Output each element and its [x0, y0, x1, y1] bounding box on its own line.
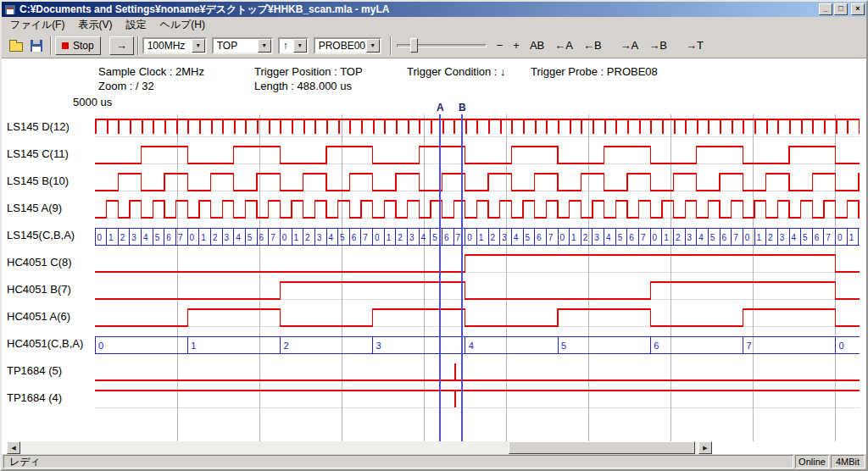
- waveform-square: [95, 174, 860, 191]
- bus-value: 1: [756, 233, 761, 242]
- maximize-button[interactable]: □: [834, 3, 848, 15]
- zoom-in-button[interactable]: +: [508, 37, 525, 54]
- menu-item-settings[interactable]: 設定: [119, 16, 153, 34]
- bus-value: 0: [839, 341, 844, 351]
- waveform-square: [95, 147, 860, 163]
- channel-label[interactable]: HC4051 C(8): [7, 253, 93, 272]
- channel-label[interactable]: HC4051 A(6): [7, 308, 93, 326]
- run-arrow-icon: →: [116, 39, 127, 52]
- zoom-slider[interactable]: [397, 36, 487, 55]
- bus-value: 3: [594, 233, 599, 242]
- stop-label: Stop: [73, 40, 94, 52]
- marker-label-b[interactable]: B: [459, 102, 466, 114]
- trigger-probe-combo[interactable]: PROBE00 ▼: [314, 37, 381, 54]
- length-label: Length : 488.000 us: [254, 80, 352, 92]
- bus-value: 0: [745, 233, 750, 242]
- app-icon: [4, 4, 16, 15]
- bus-value: 1: [387, 233, 392, 242]
- open-folder-icon: [9, 42, 23, 52]
- seek-b-right-button[interactable]: →B: [643, 37, 672, 54]
- stop-button[interactable]: Stop: [55, 36, 101, 55]
- bus-value: 2: [583, 233, 588, 242]
- channel-label[interactable]: LS145 C(11): [7, 145, 93, 163]
- status-message: レディ: [3, 455, 793, 468]
- bus-value: 5: [432, 233, 437, 242]
- bus-value: 3: [502, 233, 507, 242]
- menu-item-help[interactable]: ヘルプ(H): [153, 16, 212, 34]
- bus-value: 1: [201, 233, 206, 242]
- bus-value: 3: [376, 341, 381, 351]
- channel-label[interactable]: LS145 D(12): [7, 118, 93, 136]
- close-button[interactable]: ×: [851, 3, 865, 15]
- chevron-down-icon[interactable]: ▼: [366, 39, 380, 53]
- stop-icon: [62, 42, 69, 49]
- bus-value: 5: [155, 233, 160, 242]
- seek-trigger-button[interactable]: →T: [681, 37, 709, 54]
- scroll-left-icon[interactable]: ◀: [7, 441, 20, 454]
- bus-value: 6: [815, 233, 820, 242]
- bus-value: 0: [653, 233, 658, 242]
- window-title: C:¥Documents and Settings¥noname¥デスクトップ¥…: [19, 3, 817, 17]
- waveform-square: [95, 282, 860, 299]
- bus-value: 6: [629, 233, 634, 242]
- trigger-probe-label: Trigger Probe : PROBE08: [531, 65, 658, 78]
- bus-value: 1: [479, 233, 484, 242]
- channel-label[interactable]: LS145 A(9): [7, 199, 93, 218]
- app-window: C:¥Documents and Settings¥noname¥デスクトップ¥…: [0, 0, 868, 471]
- toolbar-separator: [50, 36, 52, 55]
- waveform-square: [95, 201, 860, 218]
- bus-value: 0: [559, 233, 565, 242]
- scroll-right-icon[interactable]: ▶: [698, 441, 712, 454]
- run-button[interactable]: →: [109, 36, 134, 55]
- seek-a-right-button[interactable]: →A: [615, 37, 644, 54]
- menu-item-file[interactable]: ファイル(F): [3, 16, 71, 34]
- save-button[interactable]: [26, 36, 47, 55]
- chevron-down-icon[interactable]: ▼: [293, 39, 307, 53]
- channel-label[interactable]: TP1684 (4): [7, 389, 93, 407]
- bus-value: 3: [687, 233, 693, 242]
- waveform-plot[interactable]: 0123456701234567012345670123456701234567…: [95, 114, 860, 441]
- bus-value: 6: [166, 233, 171, 242]
- bus-value: 1: [849, 233, 854, 242]
- channel-label[interactable]: LS145 B(10): [7, 172, 93, 191]
- bus-value: 5: [340, 233, 345, 242]
- channel-label[interactable]: LS145(C,B,A): [7, 226, 93, 245]
- statusbar: レディ Online 4MBit: [2, 454, 866, 469]
- chevron-down-icon[interactable]: ▼: [192, 39, 205, 53]
- seek-b-left-button[interactable]: ←B: [578, 37, 607, 54]
- trigger-position-value: TOP: [214, 40, 258, 52]
- bus-value: 0: [190, 233, 195, 242]
- zoom-label: Zoom : / 32: [98, 80, 154, 92]
- trigger-position-label: Trigger Position : TOP: [254, 65, 363, 78]
- bus-value: 5: [525, 233, 530, 242]
- menu-item-view[interactable]: 表示(V): [71, 16, 119, 34]
- trigger-condition-label: Trigger Condition : ↓: [407, 65, 506, 78]
- zoom-slider-thumb[interactable]: [410, 38, 418, 53]
- marker-label-a[interactable]: A: [437, 102, 444, 114]
- channel-label[interactable]: TP1684 (5): [7, 362, 93, 380]
- trigger-position-combo[interactable]: TOP ▼: [212, 37, 273, 54]
- channel-label[interactable]: HC4051 B(7): [7, 280, 93, 299]
- bus-value: 2: [213, 233, 218, 242]
- channel-label[interactable]: HC4051(C,B,A): [7, 335, 93, 353]
- bus-value: 5: [561, 341, 566, 351]
- horizontal-scrollbar[interactable]: ◀ ▶: [7, 441, 712, 454]
- bus-value: 5: [803, 233, 808, 242]
- minimize-button[interactable]: _: [819, 3, 832, 15]
- scroll-thumb[interactable]: [509, 441, 695, 454]
- ab-button[interactable]: AB: [525, 37, 549, 54]
- chevron-down-icon[interactable]: ▼: [258, 39, 271, 53]
- bus-value: 3: [780, 233, 785, 242]
- status-online: Online: [795, 455, 829, 468]
- sample-clock-combo[interactable]: 100MHz ▼: [142, 37, 207, 54]
- zoom-out-button[interactable]: −: [492, 37, 509, 54]
- trigger-edge-combo[interactable]: ↑ ▼: [278, 37, 309, 54]
- bus-value: 7: [270, 233, 275, 242]
- bus-value: 2: [768, 233, 773, 242]
- trigger-probe-value: PROBE00: [315, 40, 366, 52]
- waveform-client-area: Sample Clock : 2MHz Trigger Position : T…: [2, 58, 866, 454]
- bus-value: 0: [98, 341, 103, 351]
- bus-value: 2: [491, 233, 496, 242]
- open-button[interactable]: [6, 36, 26, 55]
- seek-a-left-button[interactable]: ←A: [549, 37, 578, 54]
